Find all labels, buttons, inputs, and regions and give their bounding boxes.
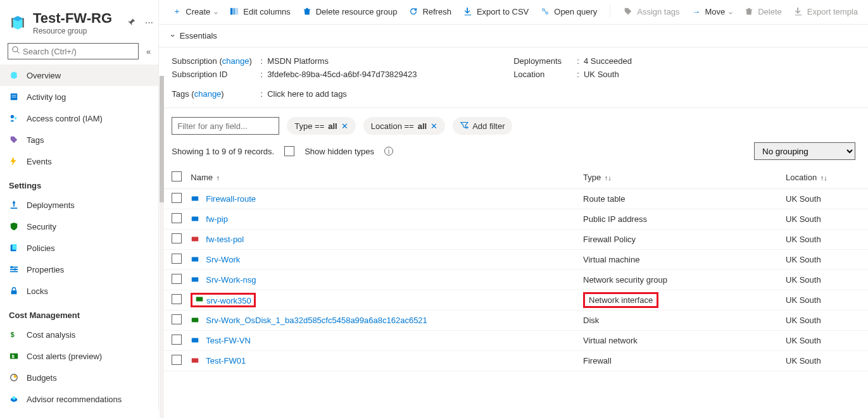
resource-type: Disk <box>583 316 786 325</box>
row-checkbox[interactable] <box>172 254 182 264</box>
overview-icon <box>9 70 19 80</box>
essentials-panel: Subscription (change) : MSDN Platforms S… <box>159 47 868 108</box>
resource-location: UK South <box>786 336 855 345</box>
collapse-sidebar-icon[interactable]: « <box>146 47 151 56</box>
row-checkbox[interactable] <box>172 294 182 304</box>
more-icon[interactable]: ⋯ <box>145 18 153 28</box>
activity-log-icon <box>9 92 19 102</box>
svg-rect-26 <box>236 8 239 15</box>
show-hidden-checkbox[interactable] <box>284 146 294 156</box>
show-hidden-label: Show hidden types <box>305 147 374 156</box>
table-row[interactable]: Srv-Work-nsg Network security group UK S… <box>159 270 868 290</box>
delete-rg-button[interactable]: Delete resource group <box>302 6 398 16</box>
resource-type: Firewall Policy <box>583 235 786 244</box>
nav-iam[interactable]: Access control (IAM) <box>0 108 158 129</box>
edit-columns-button[interactable]: Edit columns <box>229 6 290 16</box>
resource-link[interactable]: Test-FW-VN <box>206 336 251 345</box>
clear-type-filter-icon[interactable]: ✕ <box>341 121 348 131</box>
nav-cost-alerts[interactable]: $ Cost alerts (preview) <box>0 345 158 367</box>
nav-overview[interactable]: Overview <box>0 65 158 86</box>
nav-budgets[interactable]: Budgets <box>0 367 158 388</box>
nav-events[interactable]: Events <box>0 151 158 172</box>
refresh-button[interactable]: Refresh <box>408 6 451 16</box>
resource-location: UK South <box>786 194 855 204</box>
nav-deployments[interactable]: Deployments <box>0 194 158 216</box>
sort-icon: ↑↓ <box>821 174 827 181</box>
svg-point-7 <box>11 115 14 118</box>
delete-button[interactable]: Delete <box>744 6 782 16</box>
sidebar-scrollbar-thumb[interactable] <box>160 76 164 202</box>
nav-security[interactable]: Security <box>0 216 158 237</box>
row-checkbox[interactable] <box>172 314 182 324</box>
filter-input[interactable] <box>172 117 279 135</box>
resources-table: Name ↑ Type ↑↓ Location ↑↓ Firewall-rout… <box>159 166 868 371</box>
column-header-type[interactable]: Type ↑↓ <box>583 173 786 182</box>
change-tags-link[interactable]: change <box>194 89 222 99</box>
events-icon <box>9 156 19 166</box>
info-icon[interactable]: i <box>384 147 393 156</box>
nav-tags[interactable]: Tags <box>0 129 158 151</box>
row-checkbox[interactable] <box>172 274 182 284</box>
resource-link[interactable]: srv-work350 <box>206 296 251 305</box>
column-header-location[interactable]: Location ↑↓ <box>786 173 855 182</box>
resource-link[interactable]: Test-FW01 <box>206 356 246 366</box>
resource-link[interactable]: fw-test-pol <box>206 235 244 244</box>
table-row[interactable]: Firewall-route Route table UK South <box>159 189 868 209</box>
row-checkbox[interactable] <box>172 355 182 365</box>
svg-text:$: $ <box>11 331 15 338</box>
deployments-link[interactable]: 4 Succeeded <box>584 56 632 66</box>
export-csv-button[interactable]: Export to CSV <box>463 6 529 16</box>
properties-icon <box>9 264 19 274</box>
table-row[interactable]: srv-work350 Network interface UK South <box>159 290 868 310</box>
add-tags-link[interactable]: Click here to add tags <box>267 89 347 99</box>
pin-icon[interactable] <box>127 18 136 28</box>
table-row[interactable]: Test-FW-VN Virtual network UK South <box>159 331 868 351</box>
table-row[interactable]: Srv-Work_OsDisk_1_ba32d585cfc5458a99a6a8… <box>159 310 868 331</box>
resource-link[interactable]: Srv-Work <box>206 255 240 264</box>
type-filter-pill[interactable]: Type == all ✕ <box>287 117 355 135</box>
resource-link[interactable]: fw-pip <box>206 214 228 224</box>
table-row[interactable]: Test-FW01 Firewall UK South <box>159 351 868 371</box>
row-checkbox[interactable] <box>172 335 182 345</box>
cost-analysis-icon: $ <box>9 329 19 340</box>
resource-link[interactable]: Srv-Work_OsDisk_1_ba32d585cfc5458a99a6a8… <box>206 316 427 325</box>
svg-rect-36 <box>192 277 199 281</box>
essentials-toggle[interactable]: › Essentials <box>159 24 868 47</box>
svg-rect-33 <box>192 216 199 221</box>
resource-icon <box>191 194 201 204</box>
select-all-checkbox[interactable] <box>172 171 182 181</box>
export-template-button[interactable]: Export templa <box>793 6 858 16</box>
row-checkbox[interactable] <box>172 233 182 243</box>
download-icon <box>793 6 803 16</box>
search-input[interactable] <box>8 43 139 59</box>
column-header-name[interactable]: Name ↑ <box>191 173 583 182</box>
open-query-button[interactable]: Open query <box>540 6 597 16</box>
budgets-icon <box>9 372 19 383</box>
nav-policies[interactable]: Policies <box>0 237 158 259</box>
create-button[interactable]: ＋ Create ⌵ <box>172 6 218 16</box>
svg-point-16 <box>14 268 16 271</box>
add-filter-button[interactable]: Add filter <box>453 117 512 135</box>
row-checkbox[interactable] <box>172 213 182 223</box>
table-header: Name ↑ Type ↑↓ Location ↑↓ <box>159 166 868 189</box>
nav-properties[interactable]: Properties <box>0 259 158 280</box>
grouping-select[interactable]: No grouping <box>754 142 855 160</box>
row-checkbox[interactable] <box>172 193 182 203</box>
resource-type: Route table <box>583 194 786 204</box>
nav-advisor[interactable]: Advisor recommendations <box>0 388 158 410</box>
table-row[interactable]: fw-pip Public IP address UK South <box>159 209 868 230</box>
clear-location-filter-icon[interactable]: ✕ <box>431 121 437 131</box>
nav-locks[interactable]: Locks <box>0 280 158 302</box>
nav-activity-log[interactable]: Activity log <box>0 86 158 108</box>
resource-link[interactable]: Srv-Work-nsg <box>206 275 256 285</box>
subscription-link[interactable]: MSDN Platforms <box>267 56 329 66</box>
table-row[interactable]: Srv-Work Virtual machine UK South <box>159 250 868 270</box>
move-button[interactable]: → Move ⌵ <box>691 6 733 16</box>
location-filter-pill[interactable]: Location == all ✕ <box>363 117 445 135</box>
subscription-label: Subscription <box>172 56 217 66</box>
change-subscription-link[interactable]: change <box>222 56 249 66</box>
assign-tags-button[interactable]: Assign tags <box>623 6 679 16</box>
table-row[interactable]: fw-test-pol Firewall Policy UK South <box>159 230 868 250</box>
resource-link[interactable]: Firewall-route <box>206 194 256 204</box>
nav-cost-analysis[interactable]: $ Cost analysis <box>0 324 158 345</box>
